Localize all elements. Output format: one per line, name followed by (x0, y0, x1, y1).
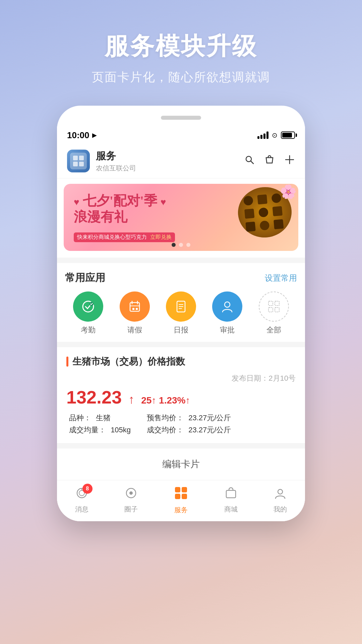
market-accent (66, 357, 68, 367)
banner-title-line2: 浪漫有礼 (74, 209, 221, 225)
nav-item-shop[interactable]: 商城 (224, 486, 238, 514)
hero-section: 服务模块升级 页面卡片化，随心所欲想调就调 (92, 0, 270, 106)
banner-tag-link[interactable]: 立即兑换 (150, 234, 172, 240)
market-date: 发布日期：2月10号 (232, 374, 296, 382)
banner-dot-2[interactable] (179, 243, 183, 247)
market-price-row: 132.23 ↑ 25↑ 1.23%↑ (66, 387, 296, 408)
circle-icon (124, 486, 138, 503)
all-icon (259, 291, 289, 322)
app-item-all[interactable]: 全部 (259, 291, 289, 335)
svg-rect-31 (182, 487, 187, 492)
search-icon[interactable] (244, 154, 255, 168)
leave-label: 请假 (127, 325, 142, 335)
hero-title: 服务模块升级 (92, 30, 270, 62)
svg-rect-30 (175, 487, 180, 492)
app-item-checkin[interactable]: 考勤 (73, 291, 103, 335)
service-label: 服务 (174, 505, 188, 515)
app-icons-row: 考勤 请假 (65, 291, 297, 335)
market-title-row: 生猪市场（交易）价格指数 (66, 355, 296, 368)
app-item-approval[interactable]: 审批 (212, 291, 242, 335)
app-title-group: 服务 农信互联公司 (96, 149, 244, 173)
messages-badge: 8 (82, 484, 93, 494)
banner-dots (172, 243, 190, 247)
app-logo (67, 150, 90, 172)
section-header: 常用应用 设置常用 (65, 271, 297, 285)
leave-icon (120, 291, 150, 322)
market-card: 生猪市场（交易）价格指数 发布日期：2月10号 132.23 ↑ 25↑ 1.2… (57, 347, 305, 443)
svg-rect-2 (73, 162, 78, 166)
plus-icon[interactable] (284, 154, 295, 168)
location-icon: ▶ (92, 131, 97, 139)
market-detail-col-right: 预售均价： 23.27元/公斤 成交均价： 23.27元/公斤 (144, 413, 231, 435)
svg-rect-33 (182, 494, 187, 499)
market-variety-row: 品种： 生猪 (66, 413, 131, 423)
banner-tag[interactable]: 快来积分商城兑换心型巧克力 立即兑换 (74, 232, 175, 242)
phone-mockup: 10:00 ▶ ⊙ (57, 106, 305, 521)
daily-label: 日报 (174, 325, 188, 335)
app-header: 服务 农信互联公司 (57, 144, 305, 178)
svg-rect-0 (73, 156, 78, 160)
banner-title-line1: ♥ 七夕'配对'季 ♥ (74, 193, 221, 209)
approval-label: 审批 (220, 325, 235, 335)
svg-point-20 (225, 302, 230, 307)
heart-right: ♥ (161, 197, 166, 207)
app-item-daily[interactable]: 日报 (166, 291, 196, 335)
svg-rect-23 (268, 308, 273, 312)
market-details: 品种： 生猪 成交均量： 105kg 预售均价： 23.27元/公斤 成交均价： (66, 413, 296, 435)
shop-label: 商城 (224, 505, 238, 514)
nav-item-messages[interactable]: 8 消息 (75, 486, 88, 514)
market-detail-col-left: 品种： 生猪 成交均量： 105kg (66, 413, 131, 435)
messages-icon: 8 (75, 486, 88, 503)
edit-card-button[interactable]: 编辑卡片 (57, 448, 305, 480)
app-item-leave[interactable]: 请假 (120, 291, 150, 335)
service-icon (174, 486, 188, 503)
set-common-button[interactable]: 设置常用 (265, 273, 297, 283)
daily-icon (166, 291, 196, 322)
checkin-label: 考勤 (81, 325, 96, 335)
market-presale-row: 预售均价： 23.27元/公斤 (144, 413, 231, 423)
nav-item-service[interactable]: 服务 (174, 486, 188, 515)
banner-container[interactable]: ♥ 七夕'配对'季 ♥ 浪漫有礼 快来积分商城兑换心型巧克力 立即兑换 (57, 178, 305, 258)
phone-screen: 10:00 ▶ ⊙ (57, 126, 305, 521)
svg-line-5 (251, 161, 253, 164)
status-bar: 10:00 ▶ ⊙ (57, 126, 305, 144)
approval-icon (212, 291, 242, 322)
market-main-price: 132.23 (66, 387, 122, 408)
market-trade-row: 成交均价： 23.27元/公斤 (144, 425, 231, 435)
battery-icon (281, 131, 295, 139)
banner[interactable]: ♥ 七夕'配对'季 ♥ 浪漫有礼 快来积分商城兑换心型巧克力 立即兑换 (64, 184, 298, 251)
bag-icon[interactable] (264, 154, 275, 168)
svg-point-29 (129, 491, 133, 495)
shop-icon (224, 486, 238, 503)
market-arrow-up: ↑ (128, 392, 134, 407)
mine-label: 我的 (274, 505, 287, 514)
phone-speaker (161, 116, 201, 120)
app-logo-inner (70, 153, 87, 169)
app-title: 服务 (96, 149, 244, 163)
banner-image: 🌸 (231, 184, 298, 251)
svg-rect-24 (275, 308, 279, 312)
svg-rect-10 (130, 303, 139, 311)
svg-rect-21 (268, 301, 273, 306)
market-volume-row: 成交均量： 105kg (66, 425, 131, 435)
svg-rect-1 (79, 156, 84, 160)
svg-rect-15 (136, 308, 138, 310)
mine-icon (274, 486, 287, 503)
common-apps-title: 常用应用 (65, 271, 105, 285)
app-subtitle: 农信互联公司 (96, 164, 244, 173)
banner-dot-3[interactable] (186, 243, 190, 247)
svg-rect-3 (79, 162, 84, 166)
bottom-nav: 8 消息 圈子 (57, 480, 305, 521)
nav-item-mine[interactable]: 我的 (274, 486, 287, 514)
svg-point-35 (278, 489, 283, 494)
wifi-icon: ⊙ (272, 131, 278, 139)
common-apps-section: 常用应用 设置常用 考勤 (57, 263, 305, 342)
svg-rect-14 (132, 308, 134, 310)
status-icons: ⊙ (257, 131, 295, 139)
svg-rect-34 (226, 490, 236, 498)
status-time: 10:00 (67, 130, 89, 141)
market-title: 生猪市场（交易）价格指数 (72, 355, 185, 368)
nav-item-circle[interactable]: 圈子 (124, 486, 138, 514)
svg-rect-22 (275, 301, 279, 306)
banner-dot-1[interactable] (172, 243, 176, 247)
